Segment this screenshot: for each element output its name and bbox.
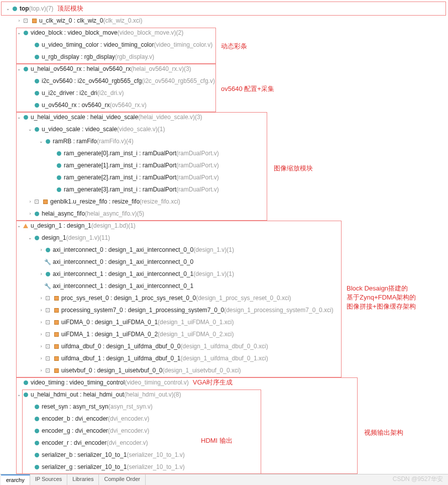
tree-row[interactable]: video_timing : video_timing_control (vid… bbox=[1, 376, 447, 389]
tree-row[interactable]: u_rgb_display : rgb_display (rgb_display… bbox=[1, 51, 447, 63]
tree-row[interactable]: ›axi_interconnect_1 : design_1_axi_inter… bbox=[1, 268, 447, 280]
chevron-right-icon[interactable]: › bbox=[38, 368, 44, 373]
chevron-down-icon[interactable]: ⌄ bbox=[16, 392, 22, 397]
chevron-right-icon[interactable]: › bbox=[27, 211, 33, 216]
module-icon bbox=[33, 210, 40, 217]
node-file: (ramDualPort.v) bbox=[176, 186, 219, 193]
ip-core-icon bbox=[53, 355, 60, 362]
node-name: top bbox=[20, 5, 29, 12]
chevron-right-icon[interactable]: › bbox=[38, 308, 44, 313]
node-file: (ramDualPort.v) bbox=[176, 150, 219, 157]
chevron-down-icon[interactable]: ⌄ bbox=[16, 223, 22, 228]
node-file: (helai_hdmi_out.v) bbox=[124, 391, 174, 398]
tree-row[interactable]: ⌄design_1 (design_1.v) (11) bbox=[1, 232, 447, 244]
tab-compile-order[interactable]: Compile Order bbox=[99, 474, 146, 485]
tree-row[interactable]: reset_syn : asyn_rst_syn (asyn_rst_syn.v… bbox=[1, 401, 447, 413]
ip-icon: ⊡ bbox=[33, 198, 40, 205]
chevron-down-icon[interactable]: ⌄ bbox=[27, 235, 33, 240]
tab-libraries[interactable]: Libraries bbox=[67, 474, 99, 485]
tree-row[interactable]: u_ov5640_rx : ov5640_rx (ov5640_rx.v) bbox=[1, 99, 447, 111]
node-name: ram_generate[2].ram_inst_i : ramDualPort bbox=[64, 174, 176, 181]
tab-ip-sources[interactable]: IP Sources bbox=[30, 474, 68, 485]
tree-row[interactable]: ⌄u_helai_video_scale : helai_video_scale… bbox=[1, 111, 447, 123]
node-count: (1) bbox=[158, 126, 165, 133]
module-icon bbox=[33, 41, 40, 48]
tree-row[interactable]: ›axi_interconnect_0 : design_1_axi_inter… bbox=[1, 244, 447, 256]
tree-row[interactable]: ⌄ramRB : ramFifo (ramFifo.v) (4) bbox=[1, 135, 447, 147]
node-count: (3) bbox=[195, 114, 202, 121]
module-icon bbox=[33, 463, 40, 470]
node-count: (1) bbox=[227, 246, 234, 253]
tree-row[interactable]: ram_generate[3].ram_inst_i : ramDualPort… bbox=[1, 183, 447, 196]
node-file: (design_1.bd) bbox=[91, 222, 128, 229]
node-file: (design_1_proc_sys_reset_0_0.xci) bbox=[196, 295, 291, 302]
ip-icon: ⊡ bbox=[22, 17, 29, 24]
tree-row[interactable]: ⌄video_block : video_block_move (video_b… bbox=[1, 27, 447, 39]
chevron-right-icon[interactable]: › bbox=[38, 296, 44, 301]
chevron-right-icon[interactable]: › bbox=[38, 271, 44, 276]
chevron-down-icon[interactable]: ⌄ bbox=[16, 115, 22, 120]
tree-row[interactable]: encoder_b : dvi_encoder (dvi_encoder.v) bbox=[1, 413, 447, 425]
tree-row[interactable]: ›⊡uifdma_dbuf_1 : design_1_uifdma_dbuf_0… bbox=[1, 352, 447, 364]
tree-row[interactable]: ⌄top (top.v) (7)顶层模块 bbox=[1, 3, 447, 15]
module-icon bbox=[33, 102, 40, 109]
tree-row[interactable]: ›⊡uiFDMA_1 : design_1_uiFDMA_0_2 (design… bbox=[1, 328, 447, 340]
chevron-right-icon[interactable]: › bbox=[27, 199, 33, 204]
node-name: u_i2c_driver : i2c_dri bbox=[42, 89, 97, 96]
tree-row[interactable]: ›⊡uiFDMA_0 : design_1_uiFDMA_0_1 (design… bbox=[1, 316, 447, 328]
node-file: (design_1_uisetvbuf_0_0.xci) bbox=[163, 367, 241, 374]
module-icon bbox=[55, 174, 62, 181]
chevron-right-icon[interactable]: › bbox=[38, 320, 44, 325]
tree-row[interactable]: ram_generate[2].ram_inst_i : ramDualPort… bbox=[1, 171, 447, 183]
tab-hierarchy[interactable]: erarchy bbox=[1, 474, 30, 485]
ip-core-icon bbox=[42, 198, 49, 205]
chevron-down-icon[interactable]: ⌄ bbox=[27, 127, 33, 132]
tree-row[interactable]: ⌄u_video_scale : video_scale (video_scal… bbox=[1, 123, 447, 135]
tree-row[interactable]: ›⊡u_clk_wiz_0 : clk_wiz_0 (clk_wiz_0.xci… bbox=[1, 15, 447, 27]
node-file: (ramDualPort.v) bbox=[176, 174, 219, 181]
tree-row[interactable]: ram_generate[0].ram_inst_i : ramDualPort… bbox=[1, 147, 447, 159]
chevron-right-icon[interactable]: › bbox=[38, 356, 44, 361]
module-icon bbox=[33, 439, 40, 446]
node-name: u_video_scale : video_scale bbox=[42, 126, 117, 133]
tree-row[interactable]: ›⊡genblk1.u_resize_fifo : resize_fifo (r… bbox=[1, 196, 447, 208]
node-name: ram_generate[1].ram_inst_i : ramDualPort bbox=[64, 162, 176, 169]
node-file: (i2c_dri.v) bbox=[97, 89, 124, 96]
tree-row[interactable]: ›⊡uisetvbuf_0 : design_1_uisetvbuf_0_0 (… bbox=[1, 364, 447, 376]
ip-icon: ⊡ bbox=[44, 343, 51, 350]
tree-row[interactable]: ⌄u_helai_hdmi_out : helai_hdmi_out (hela… bbox=[1, 389, 447, 401]
chevron-down-icon[interactable]: ⌄ bbox=[5, 6, 11, 11]
node-name: serializer_g : serializer_10_to_1 bbox=[42, 463, 127, 470]
node-file: (ramFifo.v) bbox=[97, 138, 126, 145]
chevron-down-icon[interactable]: ⌄ bbox=[38, 139, 44, 144]
node-name: axi_interconnect_1 : design_1_axi_interc… bbox=[53, 282, 193, 289]
node-name: axi_interconnect_1 : design_1_axi_interc… bbox=[53, 270, 193, 277]
chevron-down-icon[interactable]: ⌄ bbox=[16, 30, 22, 35]
module-icon bbox=[33, 77, 40, 84]
tree-row[interactable]: serializer_b : serializer_10_to_1 (seria… bbox=[1, 449, 447, 461]
node-name: uifdma_dbuf_0 : design_1_uifdma_dbuf_0_0 bbox=[61, 343, 181, 350]
tree-row[interactable]: ⌄u_design_1 : design_1 (design_1.bd) (1) bbox=[1, 220, 447, 232]
node-file: (design_1.v) bbox=[193, 270, 227, 277]
tree-row[interactable]: 🔧axi_interconnect_0 : design_1_axi_inter… bbox=[1, 256, 447, 268]
chevron-right-icon[interactable]: › bbox=[38, 344, 44, 349]
module-icon bbox=[44, 138, 51, 145]
tree-row[interactable]: ⌄u_helai_ov5640_rx : helai_ov5640_rx (he… bbox=[1, 63, 447, 75]
node-name: uisetvbuf_0 : design_1_uisetvbuf_0_0 bbox=[61, 367, 163, 374]
ip-core-icon bbox=[53, 367, 60, 374]
chevron-down-icon[interactable]: ⌄ bbox=[16, 66, 22, 71]
tree-row[interactable]: ram_generate[1].ram_inst_i : ramDualPort… bbox=[1, 159, 447, 171]
tree-row[interactable]: serializer_g : serializer_10_to_1 (seria… bbox=[1, 461, 447, 473]
tree-row[interactable]: ›⊡uifdma_dbuf_0 : design_1_uifdma_dbuf_0… bbox=[1, 340, 447, 352]
node-name: u_helai_ov5640_rx : helai_ov5640_rx bbox=[31, 65, 131, 72]
tree-row[interactable]: ›helai_async_fifo (helai_async_fifo.v) (… bbox=[1, 208, 447, 220]
node-name: i2c_ov5640 : i2c_ov5640_rgb565_cfg bbox=[42, 77, 142, 84]
label-dynamic: 动态彩条 bbox=[221, 42, 247, 51]
chevron-right-icon[interactable]: › bbox=[16, 18, 22, 23]
chevron-right-icon[interactable]: › bbox=[38, 247, 44, 252]
wrench-icon: 🔧 bbox=[44, 258, 51, 265]
chevron-right-icon[interactable]: › bbox=[38, 332, 44, 337]
module-icon bbox=[44, 270, 51, 277]
node-name: helai_async_fifo bbox=[42, 210, 85, 217]
node-name: u_design_1 : design_1 bbox=[31, 222, 91, 229]
